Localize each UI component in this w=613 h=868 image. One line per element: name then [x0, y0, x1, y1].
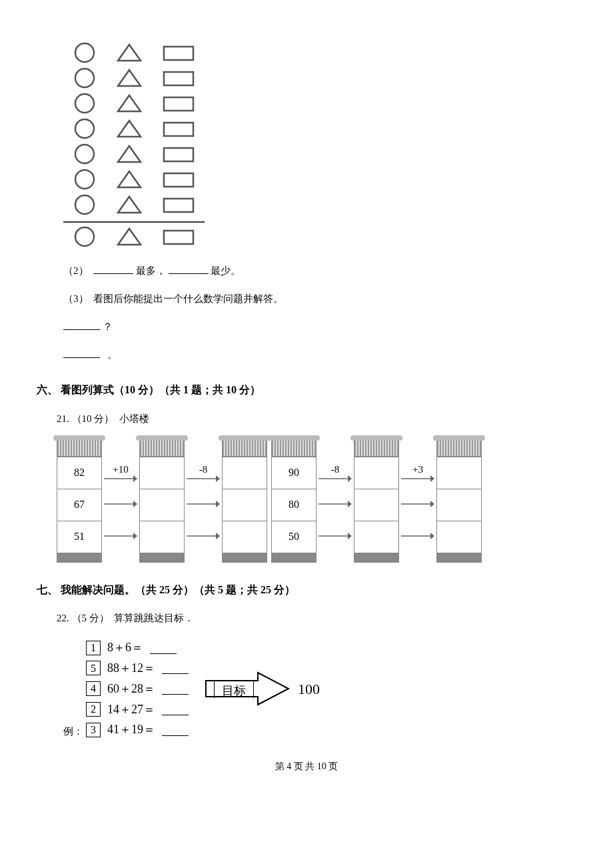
divider-line [63, 221, 205, 223]
tower-base [223, 553, 267, 562]
op-label: -8 [331, 461, 340, 473]
tower-cell-blank[interactable] [140, 457, 184, 489]
hop-row: 5 88＋12＝ [86, 659, 189, 678]
triangle-icon [116, 169, 143, 189]
question-3: （3） 看图后你能提出一个什么数学问题并解答。 [63, 291, 576, 307]
q22-num: 22. [57, 613, 69, 623]
footer-p2: 页 共 [294, 761, 315, 771]
svg-marker-25 [133, 475, 137, 482]
footer-n1: 4 [287, 761, 291, 771]
tower-col [354, 439, 399, 563]
hop-number-box: 3 [86, 723, 101, 737]
tower-cell-blank[interactable] [223, 489, 267, 521]
svg-marker-33 [216, 501, 220, 507]
triangle-icon [116, 119, 143, 139]
tower-base [140, 553, 184, 562]
tower-cell-blank[interactable] [437, 457, 481, 489]
svg-rect-8 [164, 97, 193, 111]
circle-icon [73, 225, 96, 248]
triangle-icon [116, 195, 143, 215]
svg-point-0 [75, 43, 94, 62]
svg-marker-45 [430, 501, 434, 507]
tower-cell-blank[interactable] [223, 521, 267, 553]
circle-icon [73, 168, 96, 191]
svg-marker-7 [118, 95, 141, 111]
svg-rect-5 [164, 72, 193, 85]
svg-rect-23 [164, 231, 193, 244]
footer-n2: 10 [317, 761, 326, 771]
arrow-right-icon [318, 500, 352, 508]
hop-number-box: 4 [86, 681, 101, 696]
tower-roof-icon [437, 439, 481, 457]
q3-period: 。 [107, 349, 117, 360]
goal-arrow: 目标 100 [205, 669, 320, 709]
tower-cell-blank[interactable] [437, 521, 481, 553]
fill-blank[interactable] [162, 662, 189, 674]
tower-cell-blank[interactable] [354, 521, 398, 553]
tower-col: 90 80 50 [271, 439, 316, 563]
fill-blank[interactable] [162, 703, 189, 715]
svg-marker-31 [216, 475, 220, 482]
tower-base [354, 553, 398, 562]
op-label: +10 [113, 461, 128, 473]
q3-qm: ？ [103, 321, 113, 332]
hop-number-box: 1 [86, 641, 101, 655]
rectangle-icon [163, 45, 195, 61]
tower-cell: 90 [272, 457, 316, 489]
question-2: （2） 最多， 最少。 [63, 263, 576, 279]
svg-marker-39 [348, 501, 352, 507]
svg-marker-1 [118, 45, 141, 61]
tower-cell-blank[interactable] [140, 489, 184, 521]
fill-blank[interactable] [63, 347, 100, 359]
fill-blank[interactable] [150, 642, 177, 654]
fill-blank[interactable] [93, 263, 133, 275]
q3-answer-line2: 。 [63, 347, 576, 363]
tower-cell-blank[interactable] [437, 489, 481, 521]
hop-number-box: 2 [86, 702, 101, 717]
q22-pts: （5 分） [72, 613, 109, 623]
arrow-col: +10 [102, 439, 139, 552]
q21-num: 21. [57, 413, 69, 424]
hop-row: 3 41＋19＝ [86, 720, 189, 739]
question-22: 22. （5 分） 算算跳跳达目标． [57, 610, 576, 626]
tower-roof-icon [272, 439, 316, 457]
triangle-icon [116, 227, 143, 247]
svg-marker-16 [118, 171, 141, 187]
svg-marker-47 [430, 533, 434, 539]
shapes-counting-figure [63, 40, 576, 249]
svg-point-18 [75, 195, 94, 214]
svg-point-21 [75, 227, 94, 246]
tower-cell: 82 [57, 457, 101, 489]
big-arrow-icon: 目标 [205, 669, 291, 709]
svg-rect-14 [164, 148, 193, 161]
tower-cell-blank[interactable] [354, 489, 398, 521]
circle-icon [73, 41, 96, 64]
fill-blank[interactable] [162, 683, 189, 695]
circle-icon [73, 193, 96, 216]
circle-icon [73, 92, 96, 115]
fill-blank[interactable] [169, 263, 209, 275]
hop-row: 4 60＋28＝ [86, 679, 189, 699]
svg-point-6 [75, 94, 94, 113]
svg-rect-11 [164, 123, 193, 136]
svg-point-12 [75, 145, 94, 163]
circle-icon [73, 143, 96, 165]
tower-cell-blank[interactable] [354, 457, 398, 489]
q22-title: 算算跳跳达目标． [114, 613, 194, 623]
tower-col: 82 67 51 [57, 439, 102, 563]
tower-cell-blank[interactable] [140, 521, 184, 553]
fill-blank[interactable] [63, 319, 100, 331]
svg-marker-13 [118, 146, 141, 162]
arrow-right-icon [187, 532, 220, 540]
hop-row: 1 8＋6＝ [86, 638, 189, 657]
rectangle-icon [163, 197, 195, 213]
tower-cell-blank[interactable] [223, 457, 267, 489]
fill-blank[interactable] [162, 724, 189, 736]
triangle-icon [116, 68, 143, 88]
svg-point-3 [75, 69, 94, 87]
arrow-right-icon [318, 475, 352, 483]
sec6-title: 看图列算式（10 分）（共 1 题；共 10 分） [61, 384, 261, 395]
q3-text: 看图后你能提出一个什么数学问题并解答。 [93, 293, 283, 304]
question-21: 21. （10 分） 小塔楼 [57, 411, 576, 427]
arrow-right-icon [104, 532, 137, 540]
